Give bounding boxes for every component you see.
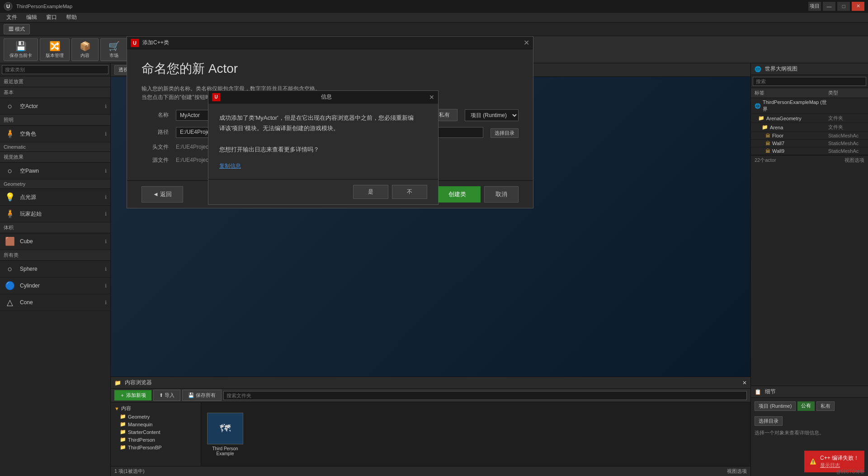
view-options-btn[interactable]: 视图选项 — [844, 157, 864, 164]
left-panel: 最近放置 基本 ○ 空Actor ℹ 照明 🧍 空角色 ℹ Cinematic … — [0, 63, 111, 476]
mesh-icon: 🏛 — [765, 148, 770, 154]
panel-item-cone[interactable]: △ Cone ℹ — [0, 294, 110, 311]
outliner-item-world[interactable]: 🌐 ThirdPersonExampleMap (世界 — [751, 98, 868, 114]
world-label: ThirdPersonExampleMap (世界 — [763, 99, 828, 113]
content-status: 1 项(1被选中) 视图选项 — [111, 466, 750, 476]
yes-button[interactable]: 是 — [353, 185, 388, 199]
show-log-link[interactable]: 显示日志 — [820, 462, 859, 469]
floor-type: StaticMeshAc — [828, 133, 864, 138]
mode-button[interactable]: ☰ 模式 — [4, 24, 30, 34]
toolbar-content[interactable]: 📦 内容 — [71, 38, 99, 61]
content-search-input[interactable] — [223, 391, 747, 400]
outliner-item-wall9[interactable]: 🏛 Wall9 StaticMeshAc — [751, 147, 868, 155]
section-visual: 视觉效果 — [0, 152, 110, 163]
view-options[interactable]: 视图选项 — [727, 468, 747, 475]
menu-help[interactable]: 帮助 — [61, 13, 81, 22]
project-select[interactable]: 项目 (Runtime) — [465, 109, 519, 121]
tree-content[interactable]: ▼ 内容 — [113, 404, 199, 413]
panel-item-sphere[interactable]: ○ Sphere ℹ — [0, 261, 110, 278]
outliner-item-wall7[interactable]: 🏛 Wall7 StaticMeshAc — [751, 140, 868, 147]
tree-geometry[interactable]: 📁 Geometry — [113, 413, 199, 420]
minimize-button[interactable]: — — [823, 2, 835, 11]
watermark: @51CTO博客 — [836, 469, 864, 475]
tree-thirdpersonbp[interactable]: 📁 ThirdPersonBP — [113, 443, 199, 451]
section-all: 所有类 — [0, 250, 110, 261]
toolbar-save[interactable]: 💾 保存当前卡 — [4, 38, 38, 61]
create-button[interactable]: 创建类 — [434, 186, 481, 203]
tree-content-label: 内容 — [121, 405, 131, 412]
panel-item-cylinder[interactable]: 🔵 Cylinder ℹ — [0, 278, 110, 294]
content-browser-icon: 📁 — [114, 380, 121, 386]
content-browser-close[interactable]: ✕ — [742, 380, 747, 386]
content-area: 🗺 Third PersonExample — [201, 402, 750, 466]
toolbar-version[interactable]: 🔀 版本管理 — [40, 38, 70, 61]
public-button[interactable]: 公有 — [797, 401, 815, 411]
cone-info: ℹ — [105, 300, 107, 306]
project-runtime-select[interactable]: 项目 (Runtime) — [755, 401, 796, 411]
compile-error-text: C++ 编译失败！ — [820, 454, 859, 462]
outliner-item-floor[interactable]: 🏛 Floor StaticMeshAc — [751, 132, 868, 140]
outliner-search-input[interactable] — [753, 77, 866, 86]
mode-bar: ☰ 模式 — [0, 23, 868, 36]
outliner-item-arena[interactable]: 📁 Arena 文件夹 — [751, 123, 868, 132]
project-label[interactable]: 项目 — [808, 2, 821, 11]
panel-item-character[interactable]: 🧍 空角色 ℹ — [0, 126, 110, 142]
folder-icon: 📁 — [758, 115, 764, 121]
dialog-close-button[interactable]: ✕ — [524, 38, 529, 47]
outliner-count: 22个actor 视图选项 — [751, 155, 868, 165]
search-input[interactable] — [2, 65, 108, 74]
close-button[interactable]: ✕ — [852, 2, 864, 11]
empty-actor-label: 空Actor — [20, 103, 101, 110]
select-dir-button-2[interactable]: 选择目录 — [491, 128, 519, 138]
wall9-type: StaticMeshAc — [828, 148, 864, 154]
player-start-label: 玩家起始 — [20, 210, 101, 218]
select-dir-button[interactable]: 选择目录 — [755, 416, 783, 426]
outliner-item-arena-geometry[interactable]: 📁 ArenaGeometry 文件夹 — [751, 114, 868, 123]
info-close-button[interactable]: ✕ — [429, 94, 434, 101]
tree-thirdperson[interactable]: 📁 ThirdPerson — [113, 436, 199, 443]
import-icon: ⬆ — [159, 392, 163, 398]
import-button[interactable]: ⬆ 导入 — [153, 390, 180, 401]
maximize-button[interactable]: □ — [837, 2, 850, 11]
menu-file[interactable]: 文件 — [2, 13, 22, 22]
version-label: 版本管理 — [46, 52, 64, 59]
panel-item-empty-actor[interactable]: ○ 空Actor ℹ — [0, 98, 110, 115]
outliner-header: 标签 类型 — [751, 88, 868, 98]
cone-label: Cone — [20, 299, 101, 306]
tree-starter[interactable]: 📁 StarterContent — [113, 428, 199, 436]
menu-edit[interactable]: 编辑 — [22, 13, 42, 22]
copy-info-link[interactable]: 复制信息 — [219, 163, 241, 169]
save-all-button[interactable]: 💾 保存所有 — [182, 390, 222, 401]
add-new-button[interactable]: ＋ 添加新项 — [114, 390, 151, 401]
toolbar-market[interactable]: 🛒 市场 — [100, 38, 127, 61]
character-label: 空角色 — [20, 130, 101, 138]
tree-mannequin[interactable]: 📁 Mannequin — [113, 420, 199, 428]
pawn-icon: ○ — [4, 165, 16, 177]
cube-icon: 🟫 — [4, 235, 16, 248]
empty-actor-info: ℹ — [105, 104, 107, 109]
window-title: ThirdPersonExampleMap — [16, 4, 808, 9]
panel-item-pointlight[interactable]: 💡 点光源 ℹ — [0, 189, 110, 206]
name-label: 名称 — [142, 111, 169, 119]
panel-item-pawn[interactable]: ○ 空Pawn ℹ — [0, 163, 110, 179]
info-footer: 是 不 — [208, 179, 438, 204]
back-button[interactable]: ◄ 返回 — [142, 186, 183, 203]
details-content: 项目 (Runtime) 公有 私有 选择目录 选择一个对象来查看详细信息。 — [751, 398, 868, 440]
private-button[interactable]: 私有 — [816, 401, 835, 411]
content-item-name: Third PersonExample — [212, 446, 238, 456]
info-line2: 译该'项目'模块。无法编译新创建的游戏模块。 — [219, 125, 339, 132]
save-all-icon: 💾 — [188, 392, 194, 398]
cancel-button[interactable]: 取消 — [484, 186, 519, 203]
no-button[interactable]: 不 — [392, 185, 427, 199]
folder-icon: 📁 — [762, 124, 768, 130]
menu-window[interactable]: 窗口 — [42, 13, 61, 22]
section-lighting: 照明 — [0, 115, 110, 126]
wall7-type: StaticMeshAc — [828, 141, 864, 146]
arena-type: 文件夹 — [828, 124, 864, 131]
panel-item-cube[interactable]: 🟫 Cube ℹ — [0, 233, 110, 250]
panel-item-player-start[interactable]: 🧍 玩家起始 ℹ — [0, 206, 110, 222]
pointlight-icon: 💡 — [4, 191, 16, 203]
dialog-action-buttons: 创建类 取消 — [434, 186, 519, 203]
content-item-thirdperson[interactable]: 🗺 Third PersonExample — [205, 413, 245, 456]
cylinder-label: Cylinder — [20, 283, 101, 289]
